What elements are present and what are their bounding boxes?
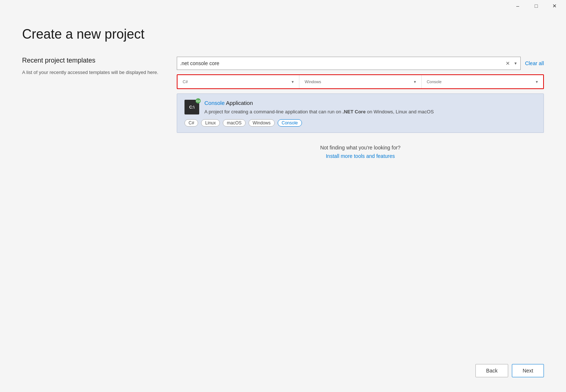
template-card-console-app[interactable]: C:\ C# Console Application A project for… — [177, 93, 544, 133]
search-input[interactable] — [180, 60, 502, 66]
footer: Back Next — [22, 357, 544, 381]
template-name-highlight: Console — [204, 100, 225, 106]
platform-filter[interactable]: Windows ▾ — [299, 75, 421, 88]
template-desc-suffix: on Windows, Linux and macOS — [366, 109, 434, 114]
template-icon-badge: C# — [196, 98, 201, 103]
page-title: Create a new project — [22, 27, 544, 42]
language-filter[interactable]: C# ▾ — [177, 75, 299, 88]
search-clear-button[interactable]: ✕ — [505, 60, 511, 66]
template-name-suffix: Application — [225, 100, 253, 106]
recent-templates-title: Recent project templates — [22, 57, 162, 64]
main-window: – □ ✕ Create a new project Recent projec… — [0, 0, 566, 392]
not-finding-text: Not finding what you're looking for? — [177, 145, 544, 151]
project-type-filter[interactable]: Console ▾ — [422, 75, 543, 88]
tag-macos: macOS — [223, 119, 246, 127]
language-filter-chevron: ▾ — [292, 80, 294, 84]
right-panel: ✕ ▾ Clear all C# ▾ Windows ▾ — [177, 57, 544, 357]
tag-csharp: C# — [184, 119, 198, 127]
search-row: ✕ ▾ Clear all — [177, 57, 544, 70]
template-icon: C:\ C# — [184, 100, 199, 114]
template-desc: A project for creating a command-line ap… — [204, 108, 536, 116]
close-button[interactable]: ✕ — [546, 0, 563, 12]
template-desc-bold: .NET Core — [342, 109, 366, 114]
filters-row: C# ▾ Windows ▾ Console ▾ — [177, 74, 544, 89]
main-area: Recent project templates A list of your … — [22, 57, 544, 357]
tag-windows: Windows — [249, 119, 275, 127]
minimize-button[interactable]: – — [509, 0, 526, 12]
results-area: C:\ C# Console Application A project for… — [177, 93, 544, 133]
page-content: Create a new project Recent project temp… — [0, 12, 566, 392]
next-button[interactable]: Next — [512, 364, 544, 377]
clear-all-button[interactable]: Clear all — [525, 60, 544, 66]
template-card-header: C:\ C# Console Application A project for… — [184, 100, 536, 116]
not-finding-section: Not finding what you're looking for? Ins… — [177, 145, 544, 159]
titlebar: – □ ✕ — [0, 0, 566, 12]
left-panel: Recent project templates A list of your … — [22, 57, 162, 357]
maximize-button[interactable]: □ — [528, 0, 545, 12]
platform-filter-value: Windows — [305, 80, 321, 84]
language-filter-value: C# — [183, 80, 188, 84]
template-icon-text: C:\ — [189, 105, 195, 109]
tag-linux: Linux — [201, 119, 220, 127]
template-name: Console Application — [204, 100, 536, 106]
platform-filter-chevron: ▾ — [414, 80, 416, 84]
install-tools-link[interactable]: Install more tools and features — [326, 153, 395, 159]
template-tags: C# Linux macOS Windows Console — [184, 119, 536, 127]
project-type-filter-chevron: ▾ — [536, 80, 538, 84]
back-button[interactable]: Back — [475, 364, 508, 377]
project-type-filter-value: Console — [427, 80, 442, 84]
template-desc-prefix: A project for creating a command-line ap… — [204, 109, 342, 114]
tag-console: Console — [278, 119, 302, 127]
search-dropdown-button[interactable]: ▾ — [514, 61, 517, 66]
search-box: ✕ ▾ — [177, 57, 521, 70]
recent-templates-desc: A list of your recently accessed templat… — [22, 69, 162, 76]
template-info: Console Application A project for creati… — [204, 100, 536, 116]
